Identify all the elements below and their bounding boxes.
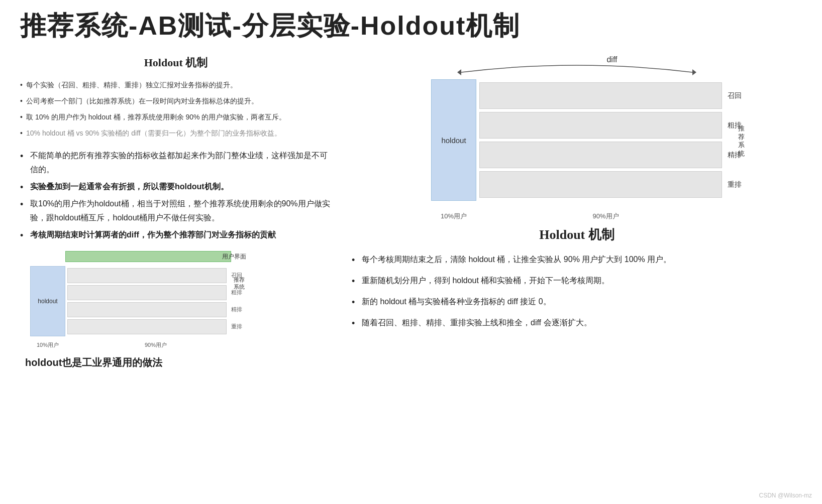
watermark: CSDN @Wilson-mz [759,492,812,499]
right-bullet-3: 随着召回、粗排、精排、重排实验上线和推全，diff 会逐渐扩大。 [352,316,802,330]
bottom-label-left-90: 90%用户 [65,341,246,349]
svg-marker-0 [692,69,696,75]
right-holdout-col: holdout [431,79,476,201]
left-section-title: Holdout 机制 [20,55,332,70]
right-panel: diff holdout 召回 [352,55,802,337]
right-bullet-list: 每个考核周期结束之后，清除 holdout 桶，让推全实验从 90% 用户扩大到… [352,253,802,330]
right-bottom-labels: 10%用户 90%用户 [431,212,735,221]
bottom-bold-text: holdout也是工业界通用的做法 [20,356,332,369]
main-bullet-item: 不能简单的把所有推荐实验的指标收益都加起来作为部门整体业绩，这样强加是不可信的。 [20,149,332,177]
right-bullet-0: 每个考核周期结束之后，清除 holdout 桶，让推全实验从 90% 用户扩大到… [352,253,802,267]
right-row-0: 召回 [479,82,745,109]
user-bar [65,251,231,262]
main-bullet-item: 取10%的用户作为holdout桶，相当于对照组，整个推荐系统使用剩余的90%用… [20,197,332,225]
bullet-item: 10% holdout 桶 vs 90% 实验桶的 diff（需要归一化）为整个… [20,128,332,140]
right-diagram: diff holdout 召回 [406,55,748,221]
right-bottom-left: 10%用户 [431,212,476,221]
svg-marker-1 [457,69,461,75]
main-title: 推荐系统-AB测试-分层实验-Holdout机制 [20,10,802,41]
right-bottom-right: 90%用户 [476,212,735,221]
diagram-row-1: 粗排 [67,285,244,300]
right-diagram-grid: holdout 召回 粗排 精排 [431,79,748,201]
diagram-grid: holdout 召回 粗排 精排 [30,266,246,336]
diagram-row-2: 精排 [67,302,244,317]
content-area: Holdout 机制 每个实验（召回、粗排、精排、重排）独立汇报对业务指标的提升… [20,55,802,369]
right-section-title: Holdout 机制 [352,226,802,243]
user-bar-label: 用户界面 [222,253,246,261]
left-panel: Holdout 机制 每个实验（召回、粗排、精排、重排）独立汇报对业务指标的提升… [20,55,332,369]
bullet-item: 取 10% 的用户作为 holdout 桶，推荐系统使用剩余 90% 的用户做实… [20,111,332,123]
right-row-1: 粗排 [479,112,745,139]
bottom-labels-left: 10%用户 90%用户 [30,341,246,349]
bullet-item: 公司考察一个部门（比如推荐系统）在一段时间内对业务指标总体的提升。 [20,95,332,107]
side-label-left: 推荐 系统 [232,276,246,291]
right-bullet-2: 新的 holdout 桶与实验桶各种业务指标的 diff 接近 0。 [352,295,802,309]
right-side-label: 推荐 系统 [735,85,748,197]
right-right-cols: 召回 粗排 精排 重排 [476,79,748,201]
holdout-column: holdout [30,266,65,336]
right-row-2: 精排 [479,142,745,168]
right-bullet-1: 重新随机划分用户，得到 holdout 桶和实验桶，开始下一轮考核周期。 [352,274,802,288]
main-bullet-list: 不能简单的把所有推荐实验的指标收益都加起来作为部门整体业绩，这样强加是不可信的。… [20,149,332,242]
top-bullet-list: 每个实验（召回、粗排、精排、重排）独立汇报对业务指标的提升。 公司考察一个部门（… [20,79,332,139]
right-columns: 召回 粗排 精排 重排 [65,266,246,336]
bullet-item: 每个实验（召回、粗排、精排、重排）独立汇报对业务指标的提升。 [20,79,332,91]
main-bullet-item: 考核周期结束时计算两者的diff，作为整个推荐部门对业务指标的贡献 [20,228,332,242]
main-bullet-item: 实验叠加到一起通常会有折损，所以需要holdout机制。 [20,180,332,194]
diagram-row-0: 召回 [67,268,244,283]
right-row-3: 重排 [479,171,745,198]
left-diagram: 用户界面 holdout 召回 粗排 精排 [30,251,246,349]
diff-arrow [446,62,707,77]
diagram-row-3: 重排 [67,319,244,334]
bottom-label-left-10: 10%用户 [30,341,65,349]
